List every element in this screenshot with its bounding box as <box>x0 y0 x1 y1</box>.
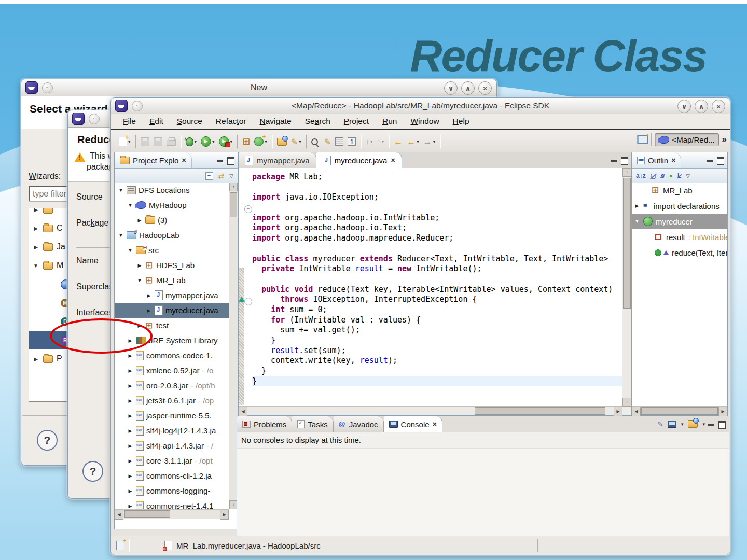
sort-icon[interactable]: a↓z <box>636 172 646 179</box>
pin-console-icon[interactable] <box>657 420 663 428</box>
maximize-button[interactable]: ∧ <box>695 100 708 113</box>
minimize-view-icon[interactable] <box>707 160 713 162</box>
menu-project[interactable]: Project <box>337 115 376 128</box>
tree-arrow-icon[interactable]: ▶ <box>127 443 133 449</box>
tree-arrow-icon[interactable]: ▼ <box>634 219 640 224</box>
minimize-view-icon[interactable] <box>217 160 223 162</box>
maximize-view-icon[interactable] <box>227 157 234 165</box>
close-icon[interactable]: × <box>391 156 395 164</box>
menu-file[interactable]: File <box>116 115 143 128</box>
tree-arrow-icon[interactable]: ▶ <box>136 218 143 223</box>
close-icon[interactable]: × <box>182 156 186 164</box>
caret-down-icon[interactable]: ▾ <box>299 139 301 144</box>
menu-refactor[interactable]: Refactor <box>209 115 253 128</box>
scrollbar-thumb[interactable] <box>641 407 718 415</box>
fold-collapse-icon[interactable]: − <box>244 205 252 213</box>
console-tab-console[interactable]: Console × <box>384 416 442 432</box>
outline-item[interactable]: result : IntWritable <box>632 229 727 245</box>
explorer-tree-item[interactable]: ▶ slf4j-log4j12-1.4.3.ja <box>115 423 229 438</box>
new-class-button[interactable]: ▾ <box>253 136 268 147</box>
tree-arrow-icon[interactable]: ▶ <box>146 308 152 313</box>
debug-button[interactable]: ▾ <box>185 136 198 147</box>
minimize-button[interactable]: ∨ <box>444 81 458 95</box>
new-mr-project-button[interactable] <box>241 136 251 147</box>
explorer-tree-item[interactable]: ▶ commons-codec-1. <box>115 348 229 363</box>
scroll-up-icon[interactable]: ↑ <box>229 183 238 191</box>
explorer-tree-item[interactable]: ▶ core-3.1.1.jar - /opt <box>115 453 229 468</box>
explorer-tree-item[interactable]: ▶ jets3t-0.6.1.jar - /op <box>115 393 229 408</box>
explorer-tree-item[interactable]: ▶ commons-net-1.4.1 <box>115 498 229 509</box>
open-console-icon[interactable] <box>688 420 698 428</box>
maximize-view-icon[interactable] <box>718 421 726 429</box>
save-button[interactable] <box>140 136 150 147</box>
run-button[interactable]: ▾ <box>200 135 216 148</box>
caret-down-icon[interactable]: ▾ <box>382 139 384 144</box>
view-menu-icon[interactable]: ▽ <box>229 173 233 179</box>
outline-item[interactable]: reduce(Text, Iterable<IntWritable>, Cont… <box>632 245 727 260</box>
explorer-tree-item[interactable]: ▶ HDFS_Lab <box>115 258 229 273</box>
tree-arrow-icon[interactable]: ▶ <box>146 293 152 298</box>
explorer-tree-item[interactable]: ▶ commons-logging- <box>115 483 229 498</box>
last-edit-location-button[interactable]: ← <box>393 136 404 147</box>
scroll-up-icon[interactable]: ↑ <box>622 168 631 177</box>
scroll-right-icon[interactable]: ▶ <box>718 407 727 416</box>
display-console-icon[interactable] <box>668 421 676 428</box>
minimize-view-icon[interactable] <box>708 424 714 426</box>
editor-vertical-scrollbar[interactable]: ↑ ↓ <box>622 168 631 407</box>
explorer-tree-item[interactable]: ▼ MR_Lab <box>115 273 229 288</box>
tree-arrow-icon[interactable]: ▶ <box>127 368 133 373</box>
run-last-button[interactable]: ▾ <box>218 135 234 148</box>
scrollbar-thumb[interactable] <box>475 407 605 415</box>
show-whitespace-button[interactable] <box>347 136 357 147</box>
caret-down-icon[interactable]: ▾ <box>681 422 684 427</box>
tree-arrow-icon[interactable]: ▶ <box>127 383 133 388</box>
new-dialog-titlebar[interactable]: New ∨ ∧ × <box>21 79 496 96</box>
tree-arrow-icon[interactable]: ▶ <box>127 458 133 464</box>
back-button[interactable]: ← ▾ <box>406 136 420 147</box>
tree-arrow-icon[interactable]: ▶ <box>127 473 133 479</box>
search-button[interactable] <box>310 137 321 146</box>
menu-run[interactable]: Run <box>376 115 404 128</box>
eclipse-titlebar[interactable]: <Map/Reduce> - HadoopLab/src/MR_Lab/myre… <box>111 98 730 114</box>
explorer-tree-item[interactable]: ▼ src <box>115 243 229 258</box>
scrollbar-thumb[interactable] <box>623 178 631 309</box>
close-icon[interactable]: × <box>433 420 437 428</box>
window-menu-button[interactable] <box>132 101 143 111</box>
open-type-button[interactable] <box>276 137 288 147</box>
maximize-button[interactable]: ∧ <box>461 81 475 95</box>
console-tab-tasks[interactable]: Tasks <box>292 416 333 432</box>
scroll-down-icon[interactable]: ↓ <box>622 398 631 407</box>
save-all-button[interactable] <box>153 136 163 147</box>
explorer-tree-item[interactable]: ▶ myreducer.java <box>115 303 229 318</box>
explorer-tree-item[interactable]: ▶ commons-cli-1.2.ja <box>115 468 229 483</box>
hide-static-icon[interactable]: s <box>661 172 665 179</box>
tree-arrow-icon[interactable]: ▼ <box>127 248 133 253</box>
tree-arrow-icon[interactable]: ▶ <box>32 226 39 231</box>
tree-arrow-icon[interactable]: ▼ <box>32 263 39 269</box>
tree-arrow-icon[interactable]: ▶ <box>32 356 39 362</box>
tree-arrow-icon[interactable]: ▼ <box>127 203 133 208</box>
scroll-left-icon[interactable]: ◀ <box>115 510 123 520</box>
view-menu-icon[interactable]: ▽ <box>686 173 690 179</box>
forward-button[interactable]: → ▾ <box>422 136 437 147</box>
window-menu-button[interactable] <box>89 114 100 124</box>
tree-arrow-icon[interactable]: ▼ <box>136 278 143 283</box>
minimize-button[interactable]: ∨ <box>677 100 691 113</box>
help-button[interactable]: ? <box>82 461 103 482</box>
fast-view-icon[interactable] <box>116 541 125 550</box>
maximize-view-icon[interactable] <box>717 157 724 165</box>
outline-tab[interactable]: ≔ Outlin × <box>632 152 681 168</box>
code-text[interactable]: package MR_Lab;import java.io.IOExceptio… <box>252 172 622 407</box>
menu-navigate[interactable]: Navigate <box>253 115 298 128</box>
tree-arrow-icon[interactable]: ▶ <box>32 244 39 250</box>
caret-down-icon[interactable]: ▾ <box>370 139 373 144</box>
explorer-tree-item[interactable]: ▶ slf4j-api-1.4.3.jar - / <box>115 438 229 453</box>
tree-arrow-icon[interactable]: ▶ <box>127 353 133 358</box>
open-perspective-icon[interactable] <box>637 135 648 144</box>
link-with-editor-icon[interactable]: ⇄ <box>218 172 225 180</box>
mapreduce-perspective-button[interactable]: <Map/Red... <box>655 133 718 146</box>
outline-item[interactable]: ▼ myreducer <box>632 214 727 229</box>
prev-annotation-button[interactable]: ↑ ▾ <box>376 136 385 147</box>
code-editor[interactable]: − − package MR_Lab;import java.io.IOExce… <box>239 168 622 407</box>
tree-arrow-icon[interactable]: ▶ <box>127 398 133 403</box>
